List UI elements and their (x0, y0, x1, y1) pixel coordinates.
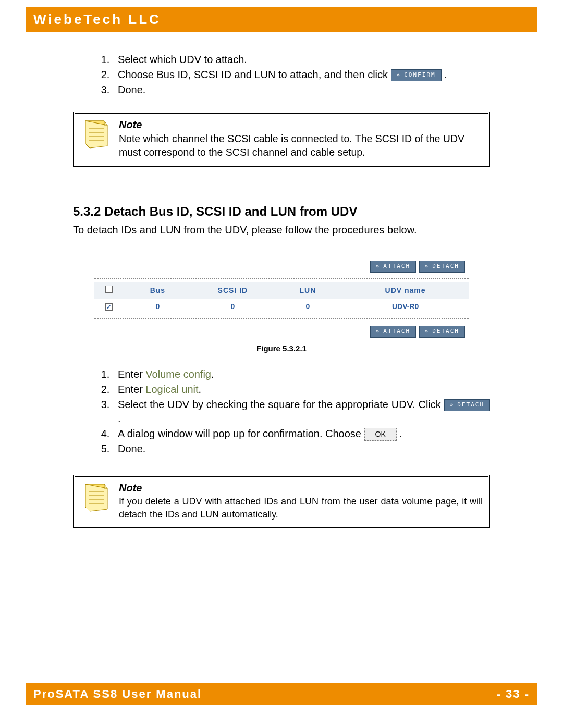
detach-steps-list: Enter Volume config. Enter Logical unit.… (73, 367, 490, 456)
step-item: Enter Volume config. (113, 367, 490, 381)
attach-button[interactable]: »ATTACH (370, 261, 416, 273)
confirm-button-label: CONFIRM (404, 71, 435, 78)
volume-config-link[interactable]: Volume config (145, 368, 211, 380)
section-title-text: Detach Bus ID, SCSI ID and LUN from UDV (104, 204, 357, 218)
section-heading: 5.3.2 Detach Bus ID, SCSI ID and LUN fro… (73, 203, 490, 220)
table-header-row: Bus SCSI ID LUN UDV name (94, 282, 469, 299)
step-text: A dialog window will pop up for confirma… (118, 428, 361, 439)
divider (94, 318, 469, 319)
detach-button-label: DETACH (432, 328, 459, 335)
note-box: Note If you delete a UDV with attached I… (73, 475, 490, 528)
step-item: A dialog window will pop up for confirma… (113, 427, 490, 441)
logical-unit-link[interactable]: Logical unit (145, 384, 198, 395)
cell-lun: 0 (274, 299, 342, 315)
checkbox-icon (105, 286, 113, 293)
note-text: Note which channel the SCSI cable is con… (119, 132, 483, 159)
divider (94, 278, 469, 279)
detach-button[interactable]: »DETACH (419, 326, 465, 338)
step-item: Done. (113, 83, 490, 97)
step-item: Enter Logical unit. (113, 382, 490, 397)
detach-button-label: DETACH (432, 263, 459, 269)
step-text: Choose Bus ID, SCSI ID and LUN to attach… (118, 69, 388, 80)
section-paragraph: To detach IDs and LUN from the UDV, plea… (73, 223, 490, 237)
column-header: SCSI ID (191, 282, 274, 299)
checkbox-header[interactable] (94, 282, 124, 299)
detach-button[interactable]: »DETACH (419, 261, 465, 273)
figure: »ATTACH »DETACH Bus SCSI ID LUN UDV name (94, 257, 469, 354)
step-item: Select the UDV by checking the square fo… (113, 398, 490, 426)
chevron-right-icon: » (376, 263, 381, 269)
table-row: 0 0 0 UDV-R0 (94, 299, 469, 315)
attach-steps-list: Select which UDV to attach. Choose Bus I… (73, 53, 490, 97)
step-text: Enter (118, 368, 145, 380)
udv-table: Bus SCSI ID LUN UDV name 0 0 0 UDV-R0 (94, 282, 469, 315)
step-item: Select which UDV to attach. (113, 53, 490, 67)
chevron-right-icon: » (450, 401, 455, 408)
page-footer: ProSATA SS8 User Manual - 33 - (26, 683, 537, 705)
cell-scsi: 0 (191, 299, 274, 315)
note-text: If you delete a UDV with attached IDs an… (119, 495, 483, 521)
chevron-right-icon: » (397, 71, 401, 78)
step-text: Select the UDV by checking the square fo… (118, 399, 441, 410)
checkbox-checked-icon (105, 303, 113, 311)
attach-button[interactable]: »ATTACH (370, 326, 416, 338)
note-box: Note Note which channel the SCSI cable i… (73, 112, 490, 167)
attach-button-label: ATTACH (383, 328, 410, 335)
step-text: Enter (118, 384, 145, 395)
cell-bus: 0 (124, 299, 192, 315)
row-checkbox[interactable] (94, 299, 124, 315)
detach-button-label: DETACH (457, 401, 484, 408)
section-number: 5.3.2 (73, 204, 101, 218)
footer-title: ProSATA SS8 User Manual (33, 687, 202, 701)
page-number: - 33 - (497, 687, 530, 701)
note-title: Note (119, 481, 483, 495)
step-item: Done. (113, 442, 490, 456)
column-header: LUN (274, 282, 342, 299)
chevron-right-icon: » (425, 263, 430, 269)
chevron-right-icon: » (425, 328, 430, 335)
page-header: WiebeTech LLC (26, 7, 537, 32)
attach-button-label: ATTACH (383, 263, 410, 269)
note-title: Note (119, 118, 483, 132)
detach-button[interactable]: »DETACH (444, 399, 490, 411)
cell-udv-name: UDV-R0 (341, 299, 469, 315)
chevron-right-icon: » (376, 328, 381, 335)
figure-caption: Figure 5.3.2.1 (94, 343, 469, 354)
note-icon (80, 118, 115, 155)
column-header: UDV name (341, 282, 469, 299)
note-icon (80, 481, 115, 518)
step-item: Choose Bus ID, SCSI ID and LUN to attach… (113, 68, 490, 82)
confirm-button[interactable]: »CONFIRM (391, 69, 442, 81)
column-header: Bus (124, 282, 192, 299)
ok-button[interactable]: OK (364, 428, 397, 441)
